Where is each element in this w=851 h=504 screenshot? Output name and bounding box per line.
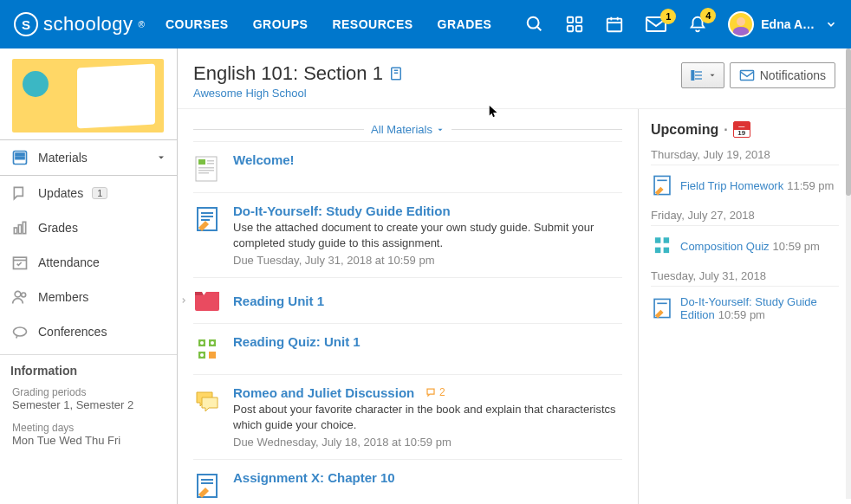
svg-line-1 <box>537 27 542 31</box>
sidebar-item-attendance[interactable]: Attendance <box>0 245 177 280</box>
sidebar-item-grades[interactable]: Grades <box>0 210 177 245</box>
apps-icon[interactable] <box>565 15 584 34</box>
material-item: Reading Quiz: Unit 1 <box>193 323 622 374</box>
sidebar-item-label: Attendance <box>38 255 100 269</box>
calendar-mini-icon[interactable]: —19 <box>733 121 750 138</box>
svg-rect-14 <box>14 228 16 234</box>
svg-rect-25 <box>692 71 694 74</box>
material-title[interactable]: Reading Quiz: Unit 1 <box>233 334 361 349</box>
main-content: English 101: Section 1 Awesome High Scho… <box>178 48 851 504</box>
sidebar-item-label: Conferences <box>38 325 107 339</box>
upcoming-time: 10:59 pm <box>773 240 820 253</box>
header-tools: 1 4 Edna A… <box>525 11 837 37</box>
svg-point-0 <box>528 17 539 29</box>
svg-rect-4 <box>568 26 573 31</box>
sidebar-item-updates[interactable]: Updates 1 <box>0 176 177 210</box>
svg-rect-16 <box>23 222 25 233</box>
nav-courses[interactable]: COURSES <box>166 17 229 31</box>
assignment-icon <box>193 205 221 233</box>
meeting-days: Meeting days Mon Tue Wed Thu Fri <box>0 418 177 454</box>
assignment-icon <box>651 297 673 320</box>
nav-resources[interactable]: RESOURCES <box>332 17 413 31</box>
material-title[interactable]: Assignment X: Chapter 10 <box>233 470 395 485</box>
username: Edna A… <box>761 17 815 31</box>
avatar <box>728 11 754 37</box>
svg-rect-27 <box>692 74 694 77</box>
materials-feed: All Materials Welcome! Do-It-Yourself: S… <box>178 109 638 504</box>
upcoming-link[interactable]: Composition Quiz <box>680 240 770 253</box>
svg-point-44 <box>211 341 214 345</box>
material-title[interactable]: Romeo and Juliet Discussion <box>233 385 414 400</box>
sidebar-item-label: Members <box>38 290 88 304</box>
svg-point-21 <box>14 327 27 336</box>
notifications-button[interactable]: Notifications <box>730 62 835 88</box>
upcoming-date: Thursday, July 19, 2018 <box>651 148 839 165</box>
sidebar-item-label: Grades <box>38 221 78 235</box>
quiz-icon <box>193 336 221 364</box>
assignment-icon <box>193 472 221 500</box>
page-icon <box>193 154 221 182</box>
svg-rect-29 <box>692 78 694 81</box>
upcoming-rail: Upcoming · —19 Thursday, July 19, 2018 F… <box>638 109 851 504</box>
svg-rect-35 <box>207 163 214 165</box>
material-due: Due Tuesday, July 31, 2018 at 10:59 pm <box>233 254 622 267</box>
svg-rect-41 <box>201 216 213 217</box>
conferences-icon <box>10 322 29 341</box>
view-toggle[interactable] <box>681 62 724 88</box>
filter-dropdown[interactable]: All Materials <box>364 123 451 136</box>
svg-rect-2 <box>568 17 573 23</box>
svg-rect-34 <box>207 160 214 162</box>
logo-icon: S <box>14 12 38 36</box>
folder-icon <box>193 288 221 313</box>
school-link[interactable]: Awesome High School <box>193 87 307 100</box>
search-icon[interactable] <box>525 15 544 34</box>
material-desc: Use the attached document to create your… <box>233 220 622 250</box>
svg-rect-42 <box>201 219 210 221</box>
user-menu[interactable]: Edna A… <box>728 11 837 37</box>
material-title[interactable]: Welcome! <box>233 152 295 167</box>
nav-grades[interactable]: GRADES <box>438 17 492 31</box>
primary-nav: COURSES GROUPS RESOURCES GRADES <box>166 17 492 31</box>
calendar-icon[interactable] <box>605 15 624 34</box>
upcoming-heading: Upcoming · —19 <box>651 121 839 138</box>
upcoming-date: Tuesday, July 31, 2018 <box>651 269 839 287</box>
materials-icon <box>10 148 29 167</box>
sidebar-item-members[interactable]: Members <box>0 280 177 314</box>
app-header: S schoology ® COURSES GROUPS RESOURCES G… <box>0 0 851 48</box>
svg-point-45 <box>200 353 204 357</box>
svg-point-20 <box>22 293 26 297</box>
svg-rect-15 <box>18 225 21 234</box>
material-folder: Reading Unit 1 <box>193 277 622 323</box>
notebook-icon <box>388 66 404 81</box>
discussion-icon <box>193 387 221 415</box>
members-icon <box>10 288 29 307</box>
upcoming-item: Field Trip Homework11:59 pm <box>651 165 839 198</box>
sidebar-item-materials[interactable]: Materials <box>0 139 177 176</box>
svg-rect-5 <box>576 26 581 31</box>
sidebar-item-conferences[interactable]: Conferences <box>0 314 177 349</box>
nav-groups[interactable]: GROUPS <box>253 17 309 31</box>
scrollbar[interactable] <box>846 48 851 499</box>
material-title[interactable]: Reading Unit 1 <box>233 294 324 308</box>
messages-icon[interactable]: 1 <box>645 16 667 33</box>
updates-icon <box>10 184 29 203</box>
chevron-down-icon <box>825 18 837 30</box>
upcoming-link[interactable]: Field Trip Homework <box>680 179 783 192</box>
upcoming-item: Do-It-Yourself: Study Guide Edition10:59… <box>651 287 839 323</box>
sidebar-item-label: Updates <box>38 186 83 200</box>
svg-rect-33 <box>198 159 205 165</box>
chevron-right-icon[interactable] <box>179 296 188 305</box>
svg-rect-50 <box>657 180 666 182</box>
brand-text: schoology <box>43 13 133 36</box>
material-title[interactable]: Do-It-Yourself: Study Guide Edition <box>233 204 451 218</box>
svg-rect-38 <box>198 172 209 174</box>
svg-point-43 <box>200 341 204 345</box>
material-desc: Post about your favorite character in th… <box>233 402 622 432</box>
notifications-icon[interactable]: 4 <box>688 15 707 34</box>
quiz-icon <box>651 235 673 257</box>
course-title: English 101: Section 1 <box>193 62 681 85</box>
svg-rect-37 <box>198 170 214 171</box>
svg-rect-12 <box>16 153 24 156</box>
brand-logo[interactable]: S schoology ® <box>14 12 145 36</box>
sidebar: Materials Updates 1 Grades Attendance Me… <box>0 48 178 504</box>
